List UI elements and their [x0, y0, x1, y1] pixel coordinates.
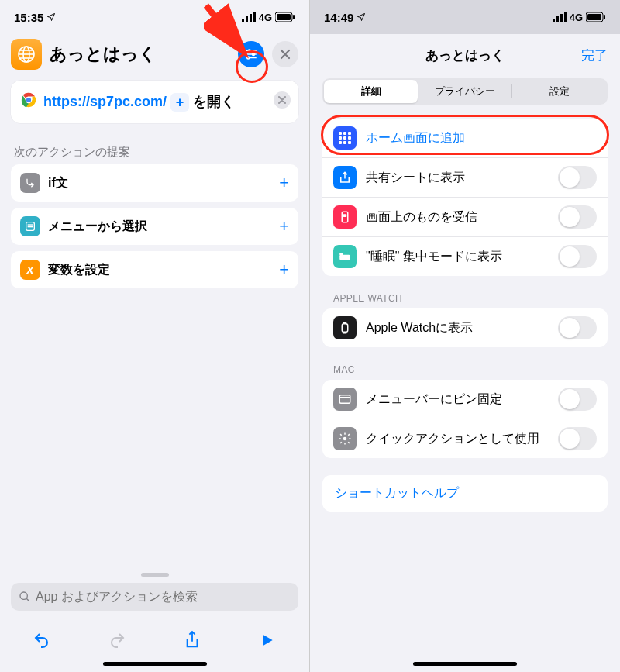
editor-header: あっとはっく [0, 34, 309, 81]
right-screenshot: 14:49 4G あっとはっく 完了 詳細 プライバシー 設定 ホーム画面に [310, 0, 620, 672]
run-button[interactable] [252, 625, 283, 656]
undo-button[interactable] [26, 625, 57, 656]
close-button[interactable] [272, 41, 298, 67]
variable-icon: x [20, 260, 40, 280]
svg-rect-37 [339, 136, 342, 140]
home-grid-icon [333, 126, 356, 150]
menu-icon [20, 216, 40, 236]
svg-line-26 [26, 598, 29, 601]
sleep-icon [333, 245, 356, 268]
svg-rect-50 [339, 395, 350, 404]
onscreen-icon [333, 205, 356, 229]
status-right: 4G [242, 12, 295, 23]
home-indicator [103, 662, 207, 666]
action-text: https://sp7pc.com/ + を開く [43, 91, 235, 112]
toggle[interactable] [558, 205, 597, 229]
toggle[interactable] [558, 316, 597, 339]
row-label: "睡眠" 集中モードに表示 [366, 249, 549, 265]
status-bar: 15:35 4G [0, 0, 309, 34]
group-header-mac: MAC [310, 364, 620, 380]
svg-rect-33 [604, 15, 605, 19]
branch-icon [20, 173, 40, 193]
left-screenshot: 15:35 4G あっとはっく https://sp7pc.com/ + [0, 0, 310, 672]
svg-rect-2 [250, 14, 252, 22]
undo-icon [33, 631, 51, 650]
svg-rect-32 [587, 14, 601, 20]
row-sleep-focus[interactable]: "睡眠" 集中モードに表示 [322, 236, 608, 276]
svg-rect-1 [246, 16, 248, 22]
svg-rect-48 [343, 322, 347, 324]
suggestion-menu[interactable]: メニューから選択 + [11, 208, 298, 245]
redo-icon [108, 631, 126, 650]
row-label: 共有シートに表示 [366, 170, 549, 186]
sheet-header: あっとはっく 完了 [310, 39, 620, 72]
svg-rect-41 [343, 141, 346, 144]
row-label: クイックアクションとして使用 [366, 431, 549, 447]
suggestion-variable[interactable]: x 変数を設定 + [11, 251, 298, 288]
toggle[interactable] [558, 427, 597, 450]
row-share-sheet[interactable]: 共有シートに表示 [322, 157, 608, 197]
svg-rect-49 [343, 332, 347, 333]
suggestion-if[interactable]: if文 + [11, 164, 298, 202]
add-variable-button[interactable]: + [170, 93, 189, 112]
suggestions-list: if文 + メニューから選択 + x 変数を設定 + [11, 164, 298, 295]
search-field[interactable] [11, 583, 298, 611]
search-icon [19, 591, 31, 603]
play-icon [260, 632, 275, 648]
status-time: 15:35 [14, 11, 56, 24]
suggestion-label: 変数を設定 [48, 262, 271, 278]
svg-rect-35 [343, 132, 346, 135]
globe-icon [17, 45, 36, 64]
suggestions-header: 次のアクションの提案 [0, 134, 309, 164]
time-text: 14:49 [324, 11, 353, 24]
row-label: ホーム画面に追加 [366, 130, 597, 146]
sliders-icon [244, 47, 258, 61]
action-suffix: を開く [193, 94, 235, 109]
help-link[interactable]: ショートカットヘルプ [322, 475, 608, 512]
segment-privacy[interactable]: プライバシー [418, 80, 512, 103]
svg-point-16 [253, 53, 255, 56]
toggle[interactable] [558, 388, 597, 411]
sheet-title: あっとはっく [322, 47, 608, 64]
toggle[interactable] [558, 245, 597, 268]
menubar-icon [333, 388, 356, 411]
svg-rect-39 [348, 136, 351, 140]
row-add-home[interactable]: ホーム画面に追加 [322, 119, 608, 157]
svg-rect-38 [343, 136, 346, 140]
row-quick-action[interactable]: クイックアクションとして使用 [322, 419, 608, 458]
row-apple-watch[interactable]: Apple Watchに表示 [322, 308, 608, 347]
svg-rect-36 [348, 132, 351, 135]
time-text: 15:35 [14, 11, 43, 24]
row-menubar-pin[interactable]: メニューバーにピン固定 [322, 380, 608, 419]
segment-settings[interactable]: 設定 [512, 80, 606, 103]
network-text: 4G [570, 12, 583, 23]
segmented-control[interactable]: 詳細 プライバシー 設定 [322, 78, 608, 105]
bottom-panel [0, 570, 309, 672]
share-button[interactable] [177, 625, 208, 656]
url-token[interactable]: https://sp7pc.com/ [43, 94, 167, 109]
status-right: 4G [553, 12, 606, 23]
toggle[interactable] [558, 166, 597, 189]
svg-rect-30 [564, 12, 567, 22]
battery-icon [586, 12, 606, 22]
svg-point-25 [20, 592, 27, 599]
home-indicator [413, 662, 517, 666]
svg-rect-29 [560, 14, 563, 22]
svg-rect-5 [277, 14, 291, 20]
location-icon [46, 12, 56, 22]
group-watch: Apple Watchに表示 [322, 308, 608, 347]
drag-handle[interactable] [141, 573, 169, 577]
share-sheet-icon [333, 166, 356, 189]
group-mac: メニューバーにピン固定 クイックアクションとして使用 [322, 380, 608, 458]
row-label: 画面上のものを受信 [366, 209, 549, 226]
action-card[interactable]: https://sp7pc.com/ + を開く [11, 81, 298, 123]
done-button[interactable]: 完了 [581, 47, 608, 64]
clear-action-button[interactable] [274, 91, 291, 109]
svg-point-14 [248, 50, 250, 52]
settings-sliders-button[interactable] [238, 41, 264, 67]
row-receive-onscreen[interactable]: 画面上のものを受信 [322, 197, 608, 236]
svg-rect-46 [339, 253, 343, 256]
status-time: 14:49 [324, 11, 366, 24]
segment-details[interactable]: 詳細 [324, 80, 418, 103]
search-input[interactable] [36, 590, 291, 604]
